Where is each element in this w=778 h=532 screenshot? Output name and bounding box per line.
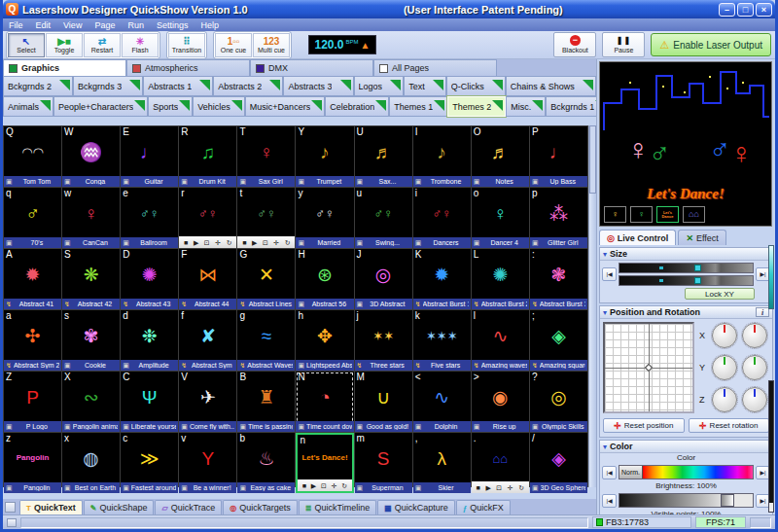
tab-quickfx[interactable]: ƒQuickFX: [456, 500, 511, 514]
cue-trombone[interactable]: I♪▣Trombone: [413, 126, 471, 187]
stop-icon[interactable]: ■: [477, 484, 480, 491]
cue-notes[interactable]: O♬▣Notes: [472, 126, 529, 187]
enable-laser-output-button[interactable]: ⚠ Enable Laser Output: [651, 33, 771, 56]
cue-dancer-4[interactable]: o♀▣Dancer 4: [472, 188, 529, 248]
toolbar-toggle-button[interactable]: ▶■Toggle: [46, 33, 83, 57]
preview-mini-3[interactable]: Let's Dance: [656, 206, 679, 223]
cue-amazing-squares[interactable]: ;◈↯Amazing squares: [530, 310, 587, 371]
move-icon[interactable]: ✛: [508, 484, 513, 491]
rotate-icon[interactable]: ↻: [227, 239, 232, 246]
collapse-icon[interactable]: ▾: [603, 308, 607, 317]
stop-icon[interactable]: ■: [242, 239, 246, 246]
pause-button[interactable]: ❚❚ Pause: [602, 32, 645, 57]
color-norm-handle[interactable]: Norm.: [619, 466, 643, 479]
cue-skier[interactable]: ,λ▣Skier: [413, 433, 471, 493]
cue-rise-up[interactable]: >◉▣Rise up: [472, 372, 529, 432]
preview-mini-1[interactable]: ♀: [604, 206, 626, 223]
dropdown-triangle-icon[interactable]: [434, 100, 444, 111]
category-tab-logos[interactable]: Logos: [354, 76, 405, 96]
cue-amazing-waves[interactable]: l∿↯Amazing waves: [472, 310, 529, 371]
category-tab-vehicles[interactable]: Vehicles: [193, 96, 245, 117]
close-button[interactable]: ×: [756, 3, 772, 17]
cue-time-count-down[interactable]: N◔▣Time count down: [296, 372, 353, 432]
menu-run[interactable]: Run: [127, 20, 144, 30]
cue-playing-14[interactable]: t♂♀■▶⊡✛↻: [237, 188, 295, 248]
cue-70-s[interactable]: q♂▣70's: [4, 188, 61, 248]
cue-abstract-44[interactable]: F⋈↯Abstract 44: [179, 249, 236, 309]
page-tab-dmx[interactable]: DMX: [250, 59, 373, 76]
stop-icon[interactable]: ■: [184, 239, 188, 246]
cue-be-a-winner[interactable]: vΥ▣Be a winner!: [179, 433, 236, 493]
blackout-button[interactable]: − Blackout: [553, 32, 596, 57]
cue-drum-kit[interactable]: R♫▣Drum Kit: [179, 126, 236, 187]
dropdown-triangle-icon[interactable]: [340, 80, 351, 90]
position-marker[interactable]: [645, 364, 653, 372]
play-icon[interactable]: ▶: [311, 482, 316, 489]
cue-cookie[interactable]: s✾▣Cookie: [62, 310, 120, 371]
cue-pangolin-animal[interactable]: X∾▣Pangolin animal: [62, 372, 120, 432]
color-step-left-button[interactable]: |◀: [602, 466, 617, 479]
move-icon[interactable]: ✛: [332, 482, 337, 489]
tab-quicktext[interactable]: TQuickText: [19, 500, 83, 514]
dropdown-triangle-icon[interactable]: [59, 80, 70, 90]
cue-trumpet[interactable]: Y♪▣Trumpet: [296, 126, 353, 187]
color-slider[interactable]: Norm.: [619, 465, 754, 479]
cue-cancan[interactable]: w♀▣CanCan: [62, 188, 120, 248]
category-tab-chains-shows[interactable]: Chains & Shows: [506, 76, 596, 96]
grid-scrollbar-thumb[interactable]: [589, 125, 596, 194]
rotation-knob-x[interactable]: [742, 323, 767, 348]
dropdown-triangle-icon[interactable]: [199, 80, 210, 90]
window-icon[interactable]: ⊡: [496, 484, 502, 491]
play-icon[interactable]: ▶: [252, 239, 257, 246]
menu-view[interactable]: View: [63, 20, 82, 30]
cue-five-stars[interactable]: k✶✶✶↯Five stars: [413, 310, 471, 371]
category-tab-themes-1[interactable]: Themes 1: [389, 96, 447, 117]
category-tab-misc[interactable]: Misc.: [506, 96, 546, 117]
toolbar-one-cue-button[interactable]: 1▫▫One cue: [215, 33, 252, 57]
tab-quickcapture[interactable]: ▦QuickCapture: [377, 500, 455, 514]
info-button[interactable]: i: [756, 307, 769, 317]
cue-swing[interactable]: u♂♀▣Swing...: [355, 188, 412, 248]
maximize-button[interactable]: □: [737, 3, 754, 17]
size-x-slider[interactable]: [619, 263, 754, 273]
category-tab-animals[interactable]: Animals: [3, 96, 53, 117]
cue-glitter-girl[interactable]: p⁂▣Glitter Girl: [530, 188, 587, 248]
dropdown-triangle-icon[interactable]: [134, 100, 145, 111]
cue-playing-13[interactable]: r♂♀■▶⊡✛↻: [179, 188, 236, 248]
reset-position-button[interactable]: ✛ Reset position: [603, 418, 685, 433]
category-tab-abstracts-2[interactable]: Abstracts 2: [213, 76, 283, 96]
minimize-button[interactable]: –: [719, 3, 735, 17]
rotation-knob-y[interactable]: [742, 355, 767, 380]
cue-best-on-earth[interactable]: x◍▣Best on Earth: [62, 433, 120, 493]
cue-up-bass[interactable]: P♩▣Up Bass: [530, 126, 587, 187]
cue-abstract-waves[interactable]: g≈↯Abstract Waves: [237, 310, 295, 371]
cue-abstract-42[interactable]: S❋↯Abstract 42: [62, 249, 120, 309]
dropdown-triangle-icon[interactable]: [269, 80, 280, 90]
dropdown-triangle-icon[interactable]: [492, 100, 503, 111]
category-tab-bckgrnds-2[interactable]: Bckgrnds 2: [3, 76, 73, 96]
cue-guitar[interactable]: E♩▣Guitar: [121, 126, 178, 187]
size-y-slider[interactable]: [619, 275, 754, 286]
cue-tom-tom[interactable]: Q◠◠▣Tom Tom: [4, 126, 61, 187]
window-icon[interactable]: ⊡: [321, 482, 327, 489]
brightness-step-left-button[interactable]: |◀: [602, 494, 617, 508]
menu-file[interactable]: File: [9, 20, 23, 30]
category-tab-music-dancers[interactable]: Music+Dancers: [245, 96, 325, 117]
category-tab-abstracts-1[interactable]: Abstracts 1: [143, 76, 213, 96]
cue-sax[interactable]: U♬▣Sax...: [355, 126, 412, 187]
toolbar-transition-button[interactable]: ⠿Transition: [168, 33, 205, 57]
color-spectrum[interactable]: [643, 466, 753, 479]
cue-abstract-43[interactable]: D✺↯Abstract 43: [121, 249, 178, 309]
cue-lightspeed-abs[interactable]: h✥▣Lightspeed Abs: [296, 310, 353, 371]
collapse-icon[interactable]: ▾: [603, 443, 607, 451]
move-icon[interactable]: ✛: [215, 239, 221, 246]
size-step-left-button[interactable]: |◀: [602, 267, 617, 281]
window-icon[interactable]: ⊡: [263, 239, 268, 246]
cue-abstract-41[interactable]: A✹↯Abstract 41: [4, 249, 61, 309]
page-tab-atmospherics[interactable]: Atmospherics: [126, 59, 250, 76]
cue-fastest-around[interactable]: c≫▣Fastest around: [121, 433, 178, 493]
dropdown-triangle-icon[interactable]: [390, 80, 401, 90]
category-tab-people-characters[interactable]: People+Characters: [53, 96, 148, 117]
brightness-handle[interactable]: [721, 494, 734, 507]
cue-playing-58[interactable]: .⌂⌂■▶⊡✛↻: [472, 433, 529, 493]
